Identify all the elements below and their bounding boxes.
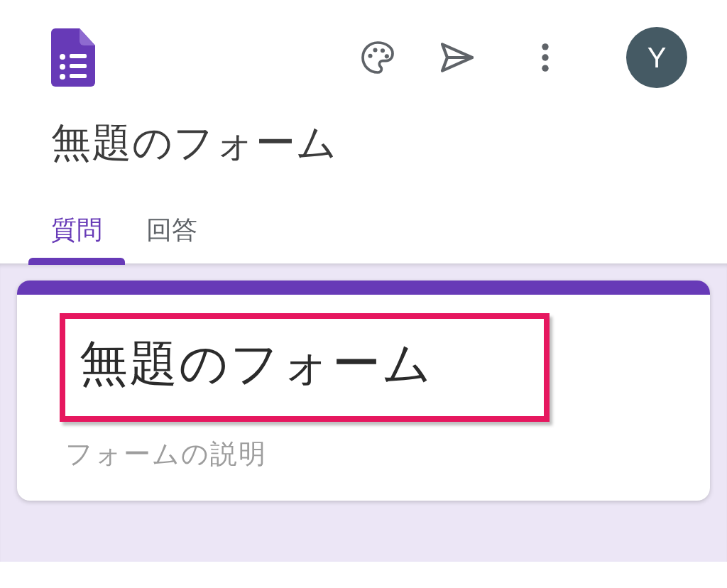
palette-icon[interactable] <box>352 32 403 83</box>
card-body: 無題のフォーム フォームの説明 <box>17 295 710 501</box>
svg-point-7 <box>373 48 377 52</box>
more-icon[interactable] <box>520 32 571 83</box>
form-canvas: 無題のフォーム フォームの説明 <box>0 263 727 562</box>
form-header-card[interactable]: 無題のフォーム フォームの説明 <box>17 281 710 501</box>
avatar-initial: Y <box>647 42 667 74</box>
account-avatar[interactable]: Y <box>626 27 687 88</box>
svg-point-12 <box>542 54 548 60</box>
svg-rect-1 <box>70 54 87 58</box>
svg-point-11 <box>542 43 548 50</box>
svg-point-0 <box>60 54 65 60</box>
document-title-row: 無題のフォーム <box>0 102 727 170</box>
svg-rect-3 <box>70 64 87 68</box>
svg-point-13 <box>542 65 548 72</box>
tabs: 質問 回答 <box>0 170 727 263</box>
form-title-input[interactable]: 無題のフォーム <box>80 332 530 396</box>
tab-responses[interactable]: 回答 <box>146 213 197 263</box>
svg-point-9 <box>385 54 389 58</box>
svg-point-8 <box>381 48 385 53</box>
svg-rect-5 <box>70 74 87 78</box>
form-title-highlight: 無題のフォーム <box>60 313 550 422</box>
card-accent-bar <box>17 281 710 295</box>
svg-point-6 <box>368 54 372 58</box>
svg-point-2 <box>60 64 65 70</box>
svg-point-4 <box>60 74 65 80</box>
tab-questions[interactable]: 質問 <box>51 213 102 263</box>
document-title[interactable]: 無題のフォーム <box>51 116 676 170</box>
forms-logo-icon[interactable] <box>51 28 95 87</box>
send-icon[interactable] <box>432 32 483 83</box>
header-toolbar: Y <box>0 0 727 102</box>
form-description-input[interactable]: フォームの説明 <box>60 436 667 472</box>
